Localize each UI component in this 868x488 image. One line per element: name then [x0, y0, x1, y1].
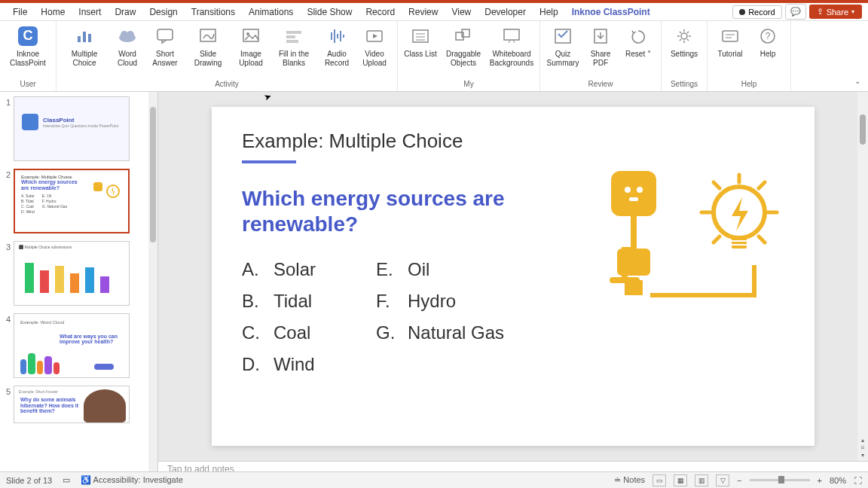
reading-view-button[interactable]: ▥ — [695, 474, 708, 486]
option-G: G.Natural Gas — [376, 322, 504, 343]
zoom-handle[interactable] — [778, 476, 784, 483]
menu-review[interactable]: Review — [402, 5, 445, 19]
notes-pane[interactable]: Tap to add notes — [158, 461, 868, 471]
energy-graphic — [604, 167, 784, 318]
draw-icon — [197, 26, 219, 47]
normal-view-button[interactable]: ▭ — [653, 474, 666, 486]
notes-toggle[interactable]: ≐ Notes — [614, 475, 645, 485]
thumb-scrollbar[interactable] — [148, 92, 157, 471]
display-settings-icon[interactable]: ▭ — [63, 475, 70, 485]
zoom-out-button[interactable]: − — [737, 476, 741, 485]
zoom-slider[interactable] — [750, 479, 810, 481]
thumbnail-slide-3[interactable]: ⬛ Multiple Choice submissions — [14, 241, 130, 306]
thumb-number: 4 — [3, 313, 14, 324]
svg-rect-13 — [331, 32, 332, 40]
ribbon-inknoe-classpoint[interactable]: CInknoe ClassPoint — [5, 23, 51, 78]
thumbnail-slide-4[interactable]: Example: Word CloudWhat are ways you can… — [14, 313, 130, 378]
svg-rect-46 — [611, 171, 656, 216]
thumb-number: 3 — [3, 241, 14, 252]
svg-rect-39 — [723, 31, 738, 41]
split-icon[interactable]: ≡ — [859, 444, 866, 450]
ribbon-audio-record[interactable]: Audio Record — [319, 23, 355, 78]
ribbon-group-review: Review — [545, 78, 656, 91]
slide-scroll-handle[interactable] — [860, 114, 866, 145]
slide-main[interactable]: Example: Multiple Choice Which energy so… — [212, 107, 815, 446]
cloud-icon — [117, 26, 138, 47]
svg-rect-49 — [629, 197, 638, 201]
chevron-down-icon: ▾ — [851, 8, 854, 15]
fit-to-window-button[interactable]: ⛶ — [854, 476, 862, 485]
menu-file[interactable]: File — [6, 5, 34, 19]
thumb-scroll-handle[interactable] — [150, 107, 156, 242]
prev-slide-button[interactable]: ▴ — [859, 437, 866, 443]
ribbon-image-upload[interactable]: Image Upload — [233, 23, 269, 78]
thumbnail-slide-5[interactable]: Example: Short AnswerWhy do some animals… — [14, 386, 130, 423]
menu-view[interactable]: View — [445, 5, 478, 19]
menu-draw[interactable]: Draw — [108, 5, 142, 19]
collapse-ribbon-button[interactable]: ⌄ — [854, 77, 860, 85]
menu-home[interactable]: Home — [34, 5, 72, 19]
record-button[interactable]: Record — [732, 5, 781, 19]
ribbon-reset[interactable]: Reset ˅ — [620, 23, 656, 78]
workspace: 1ClassPointInteractive Quiz Questions in… — [0, 92, 868, 471]
option-D: D.Wind — [242, 354, 316, 375]
ribbon-group-user: User — [5, 78, 51, 91]
menu-classpoint[interactable]: Inknoe ClassPoint — [565, 5, 657, 19]
zoom-level[interactable]: 80% — [830, 476, 846, 485]
svg-rect-14 — [334, 29, 335, 43]
menu-developer[interactable]: Developer — [478, 5, 533, 19]
ribbon-video-upload[interactable]: Video Upload — [356, 23, 393, 78]
thumbnail-slide-2[interactable]: Example: Multiple ChoiceWhich energy sou… — [14, 169, 130, 233]
blanks-icon — [283, 26, 304, 47]
comments-button[interactable]: 💬 — [785, 4, 806, 20]
thumb-number: 1 — [3, 96, 14, 107]
ribbon-group-activity: Activity — [61, 78, 393, 91]
ribbon-slide-drawing[interactable]: Slide Drawing — [185, 23, 231, 78]
share-button[interactable]: ⇪Share▾ — [809, 5, 862, 19]
ribbon-draggable-objects[interactable]: Draggable Objects — [440, 23, 487, 78]
ribbon-fill-in-the-blanks[interactable]: Fill in the Blanks — [270, 23, 317, 78]
slideshow-view-button[interactable]: ▽ — [716, 474, 729, 486]
ribbon-class-list[interactable]: Class List — [402, 23, 439, 78]
ribbon-word-cloud[interactable]: Word Cloud — [109, 23, 145, 78]
svg-line-60 — [714, 182, 720, 188]
ribbon-tutorial[interactable]: Tutorial — [712, 23, 748, 78]
help-icon: ? — [757, 26, 778, 47]
list-icon — [410, 26, 431, 47]
quiz-icon — [552, 26, 573, 47]
sorter-view-button[interactable]: ▦ — [674, 474, 687, 486]
menu-record[interactable]: Record — [359, 5, 402, 19]
menu-animations[interactable]: Animations — [242, 5, 300, 19]
ribbon-whiteboard-backgrounds[interactable]: Whiteboard Backgrounds — [488, 23, 535, 78]
next-slide-button[interactable]: ▾ — [859, 452, 866, 458]
ribbon-short-answer[interactable]: Short Answer — [147, 23, 183, 78]
menu-slideshow[interactable]: Slide Show — [300, 5, 359, 19]
ribbon-group-settings: Settings — [666, 78, 702, 91]
share-icon: ⇪ — [817, 7, 824, 17]
ribbon-quiz-summary[interactable]: Quiz Summary — [545, 23, 581, 78]
svg-point-30 — [681, 33, 687, 39]
thumbnail-slide-1[interactable]: ClassPointInteractive Quiz Questions ins… — [14, 96, 130, 161]
zoom-in-button[interactable]: + — [818, 476, 822, 485]
ribbon-share-pdf[interactable]: Share PDF — [582, 23, 619, 78]
slide-question: Which energy sources are renewable? — [242, 186, 513, 236]
slide-scrollbar[interactable]: ▴ ≡ ▾ — [857, 92, 868, 461]
pdf-icon — [590, 26, 611, 47]
tut-icon — [720, 26, 741, 47]
menu-insert[interactable]: Insert — [72, 5, 108, 19]
menu-transitions[interactable]: Transitions — [185, 5, 242, 19]
thumbnail-panel[interactable]: 1ClassPointInteractive Quiz Questions in… — [0, 92, 158, 471]
ribbon-help[interactable]: ?Help — [750, 23, 786, 78]
menu-help[interactable]: Help — [533, 5, 565, 19]
menu-design[interactable]: Design — [142, 5, 184, 19]
svg-rect-17 — [343, 35, 344, 38]
svg-rect-19 — [413, 30, 428, 42]
svg-rect-53 — [732, 236, 747, 249]
accessibility-status[interactable]: ♿ Accessibility: Investigate — [81, 475, 183, 485]
image-icon — [240, 26, 261, 47]
svg-point-48 — [637, 187, 643, 193]
slide-canvas[interactable]: Example: Multiple Choice Which energy so… — [158, 92, 868, 461]
thumb-number: 5 — [3, 386, 14, 396]
ribbon-multiple-choice[interactable]: Multiple Choice — [61, 23, 108, 78]
ribbon-settings[interactable]: Settings — [666, 23, 702, 78]
